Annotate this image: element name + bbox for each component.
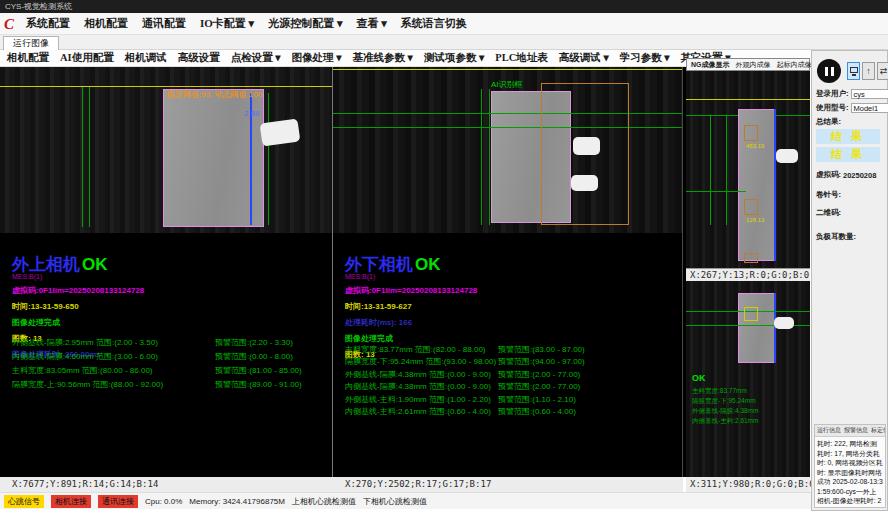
measurement-row: 主料宽度:83.77mm 范围:(82.00 - 88.00)预警范围:(83.… xyxy=(345,343,585,356)
menu-system-config[interactable]: 系统配置 xyxy=(19,16,77,31)
upper-camera-image[interactable]: 固定阈值:93, 动态阈值:100 2.88 xyxy=(0,67,332,233)
side-camera-image-bottom[interactable]: OK 主料宽度:83.77mm 隔膜宽度-下:95.24mm 外侧基线-隔膜:4… xyxy=(686,281,810,477)
tool-test-params[interactable]: 测试项参数 ▾ xyxy=(424,51,484,65)
camera-view-button[interactable] xyxy=(847,62,860,80)
menu-light-config[interactable]: 光源控制配置 ▾ xyxy=(261,16,349,31)
menu-language-switch[interactable]: 系统语言切换 xyxy=(394,16,474,31)
measure-overlay: 2.88 xyxy=(244,109,260,118)
tool-learning-params[interactable]: 学习参数 ▾ xyxy=(620,51,670,65)
warn-range: 预警范围:(89.00 - 91.00) xyxy=(215,379,302,390)
measurement-row: 内侧基线-隔膜:4.38mm 范围:(0.00 - 9.00)预警范围:(2.0… xyxy=(345,381,585,394)
measure-line xyxy=(686,191,746,192)
measurement-value: 隔膜宽度-下:95.24mm 范围:(93.00 - 98.00) xyxy=(345,356,498,367)
tab-blob xyxy=(260,118,301,146)
threshold-overlay: 固定阈值:93, 动态阈值:100 xyxy=(167,89,262,100)
measure-line-text: 主料宽度:83.77mm xyxy=(692,387,758,397)
baseline-marker xyxy=(726,115,727,225)
measure-line-text: 内侧基线-主料:2.61mm xyxy=(692,417,758,427)
tab-count-label: 负极耳数量: xyxy=(816,232,856,242)
baseline-marker xyxy=(489,89,490,225)
tool-camera-config[interactable]: 相机配置 xyxy=(7,51,49,65)
login-user-field[interactable]: cys xyxy=(851,89,888,99)
app-window: CYS-视觉检测系统 C 系统配置 相机配置 通讯配置 IO卡配置 ▾ 光源控制… xyxy=(0,0,888,522)
tab-strip: 运行图像 xyxy=(0,35,888,50)
warn-range: 预警范围:(83.00 - 87.00) xyxy=(498,344,585,355)
tool-spot-check[interactable]: 点检设置 ▾ xyxy=(231,51,281,65)
upper-heartbeat-value: 上相机心跳检测值 xyxy=(292,496,356,507)
menu-view[interactable]: 查看 ▾ xyxy=(349,16,393,31)
measurement-row: 外侧基线-主料:1.90mm 范围:(1.00 - 2.20)预警范围:(1.1… xyxy=(345,393,585,406)
info-tabs: 运行信息 报警信息 标定信息 xyxy=(815,425,885,437)
window-title: CYS-视觉检测系统 xyxy=(5,2,72,11)
tab-calib-info[interactable]: 标定信息 xyxy=(871,426,886,435)
measurement-row: 内侧基线-隔膜:4.60mm 范围:(3.00 - 6.00)预警范围:(0.0… xyxy=(12,349,302,363)
measurement-row: 隔膜宽度-上:90.56mm 范围:(88.00 - 92.00)预警范围:(8… xyxy=(12,377,302,391)
warn-range: 预警范围:(2.00 - 77.00) xyxy=(498,369,580,380)
capture-button[interactable]: ↑ xyxy=(862,62,875,80)
up-arrow-icon: ↑ xyxy=(866,66,871,76)
pause-button[interactable] xyxy=(817,59,841,83)
process-elapsed: 处理耗时(ms): 166 xyxy=(345,317,477,328)
window-titlebar: CYS-视觉检测系统 xyxy=(0,0,888,13)
menu-bar: C 系统配置 相机配置 通讯配置 IO卡配置 ▾ 光源控制配置 ▾ 查看 ▾ 系… xyxy=(0,13,888,35)
tab-blob xyxy=(571,175,598,191)
tool-plc-address[interactable]: PLC地址表 xyxy=(495,51,548,65)
measurement-value: 主料宽度:83.77mm 范围:(82.00 - 88.00) xyxy=(345,344,498,355)
warn-range: 预警范围:(94.00 - 97.00) xyxy=(498,356,585,367)
lower-camera-image[interactable]: AI识别框 xyxy=(333,67,682,233)
tool-advanced-settings[interactable]: 高级设置 xyxy=(178,51,220,65)
baseline-marker xyxy=(89,87,90,227)
ai-detect-box xyxy=(744,125,758,141)
measure-line-text: 隔膜宽度-下:95.24mm xyxy=(692,397,758,407)
measurement-value: 内侧基线-隔膜:4.60mm 范围:(3.00 - 6.00) xyxy=(12,351,215,362)
camera-title: 外上相机 xyxy=(12,255,80,274)
upper-measurement-list: 外侧基线-隔膜:2.95mm 范围:(2.00 - 3.50)预警范围:(2.2… xyxy=(12,335,302,391)
tool-image-processing[interactable]: 图像处理 ▾ xyxy=(292,51,342,65)
menu-camera-config[interactable]: 相机配置 xyxy=(77,16,135,31)
tab-outer-view[interactable]: 外观内成像 xyxy=(736,60,771,70)
login-user-label: 登录用户: xyxy=(816,89,849,99)
side-bottom-coords: X:311;Y:980;R:0;G:0;B:0 xyxy=(686,477,810,492)
edge-marker xyxy=(774,109,776,261)
warn-range: 预警范围:(0.00 - 8.00) xyxy=(215,351,293,362)
material-region xyxy=(738,293,776,363)
detect-box-label: 483.19 xyxy=(746,143,764,150)
tool-baseline-params[interactable]: 基准线参数 ▾ xyxy=(352,51,412,65)
measurement-value: 隔膜宽度-上:90.56mm 范围:(88.00 - 92.00) xyxy=(12,379,215,390)
camera-title: 外下相机 xyxy=(345,255,413,274)
tool-camera-debug[interactable]: 相机调试 xyxy=(125,51,167,65)
barcode-value: 20250208 xyxy=(843,171,876,180)
model-field[interactable]: Model1 xyxy=(851,103,888,113)
side-camera-image-top[interactable]: 483.19 128.13 xyxy=(686,71,810,268)
comm-connect-badge: 通讯连接 xyxy=(98,495,138,508)
spindle-row: 卷针号: xyxy=(816,190,841,200)
barcode-label: 虚拟码: xyxy=(816,170,841,180)
ai-detect-box xyxy=(744,199,758,215)
control-panel: ↑ ⇄ 登录用户: cys 使用型号: Model1 总结果: 结 果 结 果 … xyxy=(811,50,888,511)
capture-time: 时间:13-31-59-627 xyxy=(345,301,477,312)
side-camera-column: NG成像显示 外观内成像 起标内成像 483.19 128.13 X:267;Y… xyxy=(686,58,810,477)
upper-view-coords: X:7677;Y:891;R:14;G:14;B:14 xyxy=(0,477,333,492)
measure-line xyxy=(333,127,682,128)
tab-ng-display[interactable]: NG成像显示 xyxy=(691,60,730,70)
reference-line xyxy=(686,99,810,100)
tool-ai-config[interactable]: AI使用配置 xyxy=(60,51,114,65)
measurement-row: 主料宽度:83.05mm 范围:(80.00 - 86.00)预警范围:(81.… xyxy=(12,363,302,377)
menu-io-config[interactable]: IO卡配置 ▾ xyxy=(193,16,261,31)
tool-advanced-debug[interactable]: 高级调试 ▾ xyxy=(559,51,609,65)
tab-mark-view[interactable]: 起标内成像 xyxy=(777,60,812,70)
tab-alarm-info[interactable]: 报警信息 xyxy=(844,426,868,435)
measure-line-text: 外侧基线-隔膜:4.38mm xyxy=(692,407,758,417)
camera-connect-badge: 相机连接 xyxy=(51,495,91,508)
ai-detect-box xyxy=(744,253,758,263)
tab-run-info[interactable]: 运行信息 xyxy=(817,426,841,435)
side-measure-lines: 主料宽度:83.77mm 隔膜宽度-下:95.24mm 外侧基线-隔膜:4.38… xyxy=(692,387,758,427)
menu-comm-config[interactable]: 通讯配置 xyxy=(135,16,193,31)
switch-view-button[interactable]: ⇄ xyxy=(877,62,888,80)
mes-code: MES:B(1) xyxy=(12,273,144,280)
view-toggle-buttons: ↑ ⇄ xyxy=(847,62,888,80)
tab-run-image[interactable]: 运行图像 xyxy=(3,36,59,50)
mes-code: MES:B(1) xyxy=(345,273,477,280)
cpu-usage: Cpu: 0.0% xyxy=(145,497,182,506)
lower-camera-view: AI识别框 外下相机OK MES:B(1) 虚拟码:0F1Iim=2025020… xyxy=(333,67,683,477)
